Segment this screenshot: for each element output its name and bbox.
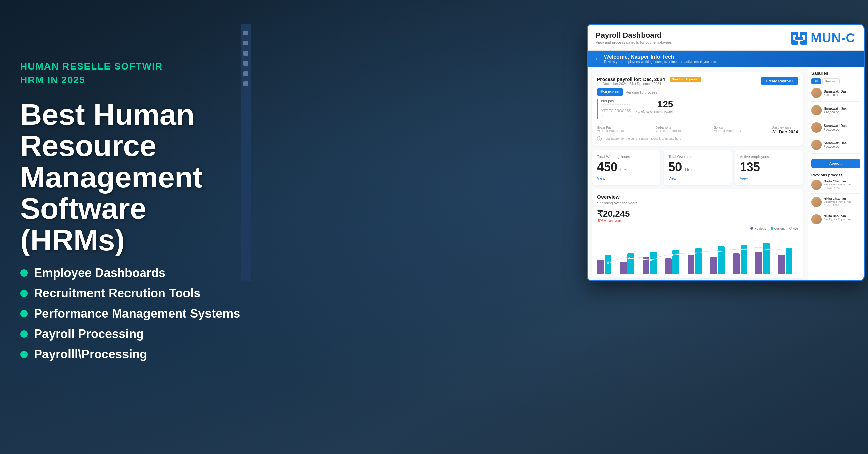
prev-name-0: Nikita Chauhan: [824, 180, 851, 183]
payment-date-detail: Payment date 31-Dec-2024: [772, 126, 798, 134]
info-icon: i: [597, 136, 602, 141]
payroll-details-row: Gross Pay YET TO PROCESS Deductions YET …: [597, 123, 798, 134]
stat-view-link-2[interactable]: View: [740, 176, 798, 180]
salary-amount-1: ₹20,000.00: [824, 111, 847, 114]
nav-item-1[interactable]: [243, 31, 248, 35]
dashboard-title-block: Payroll Dashboard View and process payro…: [596, 31, 672, 44]
salary-avatar-2: [811, 122, 822, 133]
salary-item-0: Saraswati Das ₹20,000.00: [811, 88, 860, 102]
salary-filter-all[interactable]: All: [811, 78, 821, 84]
stat-view-link-1[interactable]: View: [668, 176, 727, 180]
stat-view-link-0[interactable]: View: [597, 176, 655, 180]
prev-name-2: Nikita Chauhan: [824, 214, 851, 218]
svg-point-7: [650, 259, 652, 261]
feature-item: Employee Dashboards: [20, 266, 251, 280]
yet-to-process: YET TO PROCESS: [601, 104, 631, 117]
payroll-stats-row: Net pay YET TO PROCESS 125 No. of Active…: [597, 99, 798, 119]
features-list: Employee DashboardsRecruitment Recrution…: [20, 266, 251, 361]
svg-point-10: [714, 251, 716, 253]
welcome-description: Review your employees working hours, ove…: [604, 60, 717, 64]
dashboard-subtitle: View and process payrolls for your emplo…: [596, 40, 672, 44]
nav-strip: [241, 24, 251, 281]
salary-avatar-1: [811, 105, 822, 115]
emp-count-section: 125 No. of Active Emp in Payroll: [635, 99, 673, 119]
nav-item-6[interactable]: [243, 81, 248, 86]
bonus-value: YET TO PROCESS: [714, 129, 741, 133]
legend-item-current: Current: [771, 227, 785, 230]
deductions-label: Deductions: [655, 126, 682, 129]
dashboard-panel: Payroll Dashboard View and process payro…: [587, 24, 865, 281]
overview-subtitle: Spending over the years: [597, 201, 798, 205]
salary-avatar-3: [811, 140, 822, 150]
bullet-dot: [20, 351, 28, 358]
welcome-bar: ← Welcome, Kasper Info Tech Review your …: [588, 51, 864, 67]
salary-avatar-0: [811, 88, 822, 98]
avatar-img-3: [811, 140, 822, 150]
chart-area: [597, 233, 798, 274]
salary-item-2: Saraswati Das ₹20,000.00: [811, 122, 860, 136]
prev-avatar-img-0: [811, 180, 822, 190]
main-heading: Best Human Resource Management Software …: [20, 99, 251, 256]
prev-avatar-img-1: [811, 197, 822, 207]
logo-icon-svg: [790, 31, 808, 45]
salary-name-2: Saraswati Das: [824, 124, 847, 128]
chart-legend: PreviousCurrentAvg: [597, 227, 798, 230]
stat-number-1: 50: [668, 160, 682, 174]
logo-text: MUN-C: [811, 31, 855, 45]
svg-point-8: [671, 254, 673, 256]
feature-item: Payrolll\Processing: [20, 347, 251, 361]
prev-desc-0: Employees Payroll has: [824, 183, 851, 186]
previous-process-title: Previous process: [811, 173, 860, 177]
stats-cards-row: Total Working hours 450 Hrs View Total O…: [592, 150, 803, 185]
nav-item-4[interactable]: [243, 61, 248, 66]
overview-amount: ₹20,245: [597, 209, 798, 219]
prev-avatar-2: [811, 214, 822, 224]
prev-name-1: Nikita Chauhan: [824, 197, 851, 200]
legend-dot: [789, 227, 792, 230]
emp-count-label: No. of Active Emp in Payroll: [635, 110, 673, 114]
prev-avatar-0: [811, 180, 822, 190]
net-pay-bar: [597, 99, 598, 119]
nav-item-5[interactable]: [243, 71, 248, 76]
feature-item: Performance Management Systems: [20, 307, 251, 321]
nav-item-2[interactable]: [243, 41, 248, 45]
dashboard-sidebar-right: Salaries All Pending Saraswati Das ₹20,0…: [808, 67, 864, 280]
bonus-detail: Bonus YET TO PROCESS: [714, 126, 741, 134]
chart-svg: [597, 233, 798, 274]
payroll-period-label: Process payroll for: Dec, 2024: [597, 77, 665, 82]
salary-filter-pending[interactable]: Pending: [822, 78, 840, 84]
stat-label-1: Total Overtime: [668, 155, 727, 159]
sub-label-2: HRM IN 2025: [20, 75, 251, 85]
gross-pay-value: YET TO PROCESS: [597, 129, 624, 133]
amount-pending-row: ₹50,852.00 Pending to process: [597, 88, 798, 96]
avatar-img-1: [811, 105, 822, 115]
approve-button[interactable]: Appro...: [811, 159, 860, 168]
payroll-process-card: Process payroll for: Dec, 2024 Pending A…: [592, 72, 803, 146]
feature-item: Payroll Processing: [20, 327, 251, 341]
welcome-text-block: Welcome, Kasper Info Tech Review your em…: [604, 54, 717, 64]
svg-point-9: [693, 252, 695, 254]
stat-number-0: 450: [597, 160, 617, 174]
stat-card-1: Total Overtime 50 Hrs View: [664, 150, 731, 185]
legend-item-previous: Previous: [750, 227, 766, 230]
mun-c-logo: MUN-C: [790, 31, 855, 45]
prev-info-0: Nikita Chauhan Employees Payroll has 31 …: [824, 180, 851, 190]
create-payroll-button[interactable]: Create Payroll ›: [761, 77, 798, 85]
prev-process-item-1: Nikita Chauhan Employees Payroll has 31 …: [811, 197, 860, 211]
overview-title: Overview: [597, 194, 798, 200]
stat-card-0: Total Working hours 450 Hrs View: [592, 150, 660, 185]
bonus-label: Bonus: [714, 126, 741, 129]
back-arrow-icon[interactable]: ←: [594, 55, 600, 62]
payment-date-label: Payment date: [772, 126, 798, 129]
bullet-dot: [20, 330, 28, 338]
welcome-greeting: Welcome, Kasper Info Tech: [604, 54, 717, 60]
prev-date-1: 31 Oct, 2024: [824, 204, 851, 207]
nav-item-3[interactable]: [243, 51, 248, 56]
deductions-value: YET TO PROCESS: [655, 129, 682, 133]
prev-date-0: 31 Nov, 2024: [824, 186, 851, 190]
gross-pay-label: Gross Pay: [597, 126, 624, 129]
svg-point-5: [607, 262, 609, 264]
salary-amount-0: ₹20,000.00: [824, 93, 847, 97]
payroll-date-range: 1st December 2024 - 31st December 2024: [597, 82, 701, 86]
stat-label-2: Active employees: [740, 155, 798, 159]
